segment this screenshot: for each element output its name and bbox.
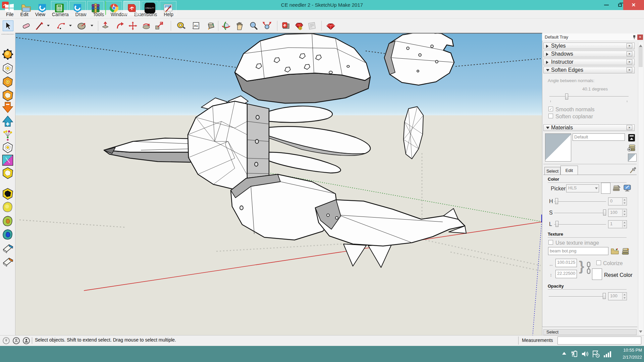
- gear-sun-icon[interactable]: [2, 48, 14, 60]
- l-value-box[interactable]: 1: [608, 220, 627, 228]
- line-tool-caret[interactable]: [47, 25, 50, 26]
- taskbar-file-explorer[interactable]: [19, 1, 34, 15]
- 3d-warehouse-button[interactable]: [280, 20, 291, 31]
- eraser-orange-icon[interactable]: [2, 255, 14, 267]
- taskbar-cura-2[interactable]: [69, 1, 86, 15]
- create-material-icon[interactable]: [627, 143, 636, 152]
- push-pull-tool-button[interactable]: [100, 20, 111, 31]
- circle-tool-button[interactable]: [76, 20, 87, 31]
- section-header-materials[interactable]: Materials: [543, 124, 635, 131]
- start-button[interactable]: [3, 1, 16, 15]
- s-value-box[interactable]: 100: [608, 209, 627, 217]
- current-color-swatch[interactable]: [601, 183, 610, 194]
- minimize-button[interactable]: [600, 0, 613, 10]
- colorize-checkbox[interactable]: [596, 260, 601, 265]
- eraser-blue-icon[interactable]: [2, 242, 14, 254]
- section-header-instructor[interactable]: Instructor: [543, 59, 635, 65]
- arc-tool-button[interactable]: [56, 20, 66, 31]
- reset-color-swatch[interactable]: [592, 268, 602, 280]
- arc-tool-caret[interactable]: [69, 25, 72, 26]
- opacity-slider-thumb[interactable]: [603, 293, 606, 299]
- smooth-normals-checkbox[interactable]: ✓: [548, 107, 553, 111]
- lock-aspect-chain-icon[interactable]: [586, 261, 591, 275]
- opacity-spinner[interactable]: [622, 293, 626, 300]
- power-battery-icon[interactable]: [570, 350, 578, 358]
- select-tool-button[interactable]: [3, 20, 13, 31]
- taskbar-image-viewer[interactable]: [160, 1, 176, 15]
- angle-slider-track[interactable]: [549, 96, 629, 97]
- l-slider-track[interactable]: [554, 224, 606, 225]
- materials-close-button[interactable]: ✕: [627, 125, 632, 130]
- texture-width-field[interactable]: 100.0125: [555, 259, 577, 267]
- attribution-icon[interactable]: [13, 337, 20, 344]
- palette-grip[interactable]: [1, 34, 14, 35]
- s-slider-track[interactable]: [554, 213, 606, 214]
- move-tool-button[interactable]: [127, 20, 138, 31]
- browse-texture-folder-icon[interactable]: [610, 248, 619, 255]
- arrow-up-plus-icon[interactable]: [2, 115, 14, 127]
- h-value-box[interactable]: 0: [608, 197, 627, 205]
- section-header-shadows[interactable]: Shadows: [543, 51, 635, 57]
- zoom-extents-tool-button[interactable]: [262, 20, 272, 31]
- scroll-up-icon[interactable]: [639, 44, 642, 47]
- paint-bucket-tool-button[interactable]: [205, 20, 216, 31]
- follow-me-tool-button[interactable]: [115, 20, 126, 31]
- instructor-close-button[interactable]: ✕: [627, 59, 632, 64]
- text-tool-button[interactable]: A1: [191, 20, 201, 31]
- pin-icon[interactable]: [632, 35, 637, 40]
- angle-slider-thumb[interactable]: [565, 94, 568, 100]
- h-spinner[interactable]: [622, 198, 626, 205]
- shadows-close-button[interactable]: ✕: [627, 51, 632, 56]
- material-preview[interactable]: [545, 133, 571, 162]
- taskbar-calculator[interactable]: [51, 1, 68, 15]
- picker-combo[interactable]: HLS: [566, 184, 599, 192]
- hexagon-orange-white-icon[interactable]: [2, 89, 14, 101]
- scroll-down-icon[interactable]: [639, 330, 642, 334]
- s-slider-thumb[interactable]: [603, 209, 606, 216]
- use-texture-checkbox[interactable]: [548, 240, 553, 245]
- orbit-tool-button[interactable]: [221, 20, 231, 31]
- opacity-value-box[interactable]: 100: [608, 292, 627, 300]
- network-signal-icon[interactable]: [603, 350, 612, 358]
- s-spinner[interactable]: [622, 209, 626, 216]
- texture-image-list-icon[interactable]: [621, 247, 630, 255]
- pentagon-orange-core-icon[interactable]: [2, 76, 14, 88]
- pentagon-white-core-icon[interactable]: [2, 62, 14, 74]
- line-tool-button[interactable]: [34, 20, 45, 31]
- h-slider-track[interactable]: [554, 201, 606, 202]
- hexagon-yellow-white-icon[interactable]: [2, 167, 14, 179]
- pentagon-white-dot-icon[interactable]: [2, 141, 14, 154]
- texture-file-field[interactable]: beam bot.png: [548, 247, 608, 255]
- tab-edit[interactable]: Edit: [560, 166, 578, 175]
- share-model-button[interactable]: [307, 20, 317, 31]
- scale-tool-button[interactable]: [154, 20, 164, 31]
- scrollbar-thumb[interactable]: [639, 47, 643, 67]
- h-slider-thumb[interactable]: [555, 198, 558, 204]
- clock[interactable]: 10:55 PM 2/17/2022: [623, 347, 642, 361]
- rotate-tool-button[interactable]: [141, 20, 152, 31]
- ruby-console-button[interactable]: [325, 20, 336, 31]
- texture-height-field[interactable]: 22.22500: [555, 270, 577, 278]
- circle-tool-caret[interactable]: [91, 25, 93, 26]
- geolocation-pin-icon[interactable]: [3, 337, 10, 344]
- particles-icon[interactable]: [2, 129, 14, 141]
- material-name-field[interactable]: Default: [573, 133, 625, 141]
- close-button[interactable]: ✕: [623, 0, 644, 10]
- extension-warehouse-button[interactable]: [294, 20, 305, 31]
- blob-green-orange-icon[interactable]: [2, 215, 14, 227]
- taskbar-cura[interactable]: [35, 1, 50, 15]
- pan-tool-button[interactable]: [234, 20, 245, 31]
- soften-edges-close-button[interactable]: ✕: [627, 67, 632, 72]
- 3d-viewport[interactable]: [15, 33, 542, 335]
- tab-select[interactable]: Select: [544, 167, 560, 175]
- section-header-soften-edges[interactable]: Soften Edges: [543, 67, 635, 73]
- section-header-select-bottom[interactable]: Select: [543, 329, 637, 335]
- tray-scrollbar[interactable]: [638, 42, 643, 335]
- hexagon-yellow-black-icon[interactable]: [2, 188, 14, 200]
- measurements-input[interactable]: [557, 337, 641, 345]
- volume-icon[interactable]: [581, 350, 589, 358]
- taskbar-chrome[interactable]: [105, 1, 122, 15]
- eyedropper-icon[interactable]: [629, 167, 637, 174]
- hidden-icons-chevron[interactable]: [562, 352, 566, 355]
- display-secondary-pane-icon[interactable]: [628, 134, 635, 142]
